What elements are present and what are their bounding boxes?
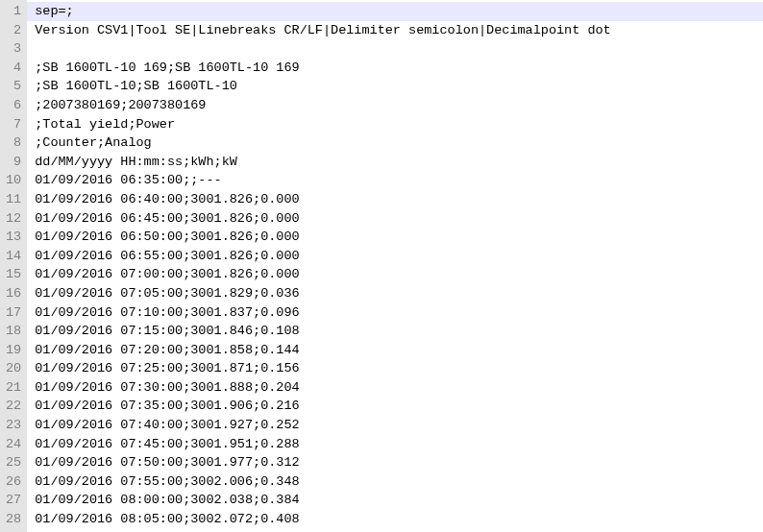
line-number: 25 <box>6 453 21 472</box>
line-number: 24 <box>6 435 21 454</box>
line-number: 4 <box>6 59 21 78</box>
line-number: 19 <box>6 341 21 360</box>
code-line[interactable]: 01/09/2016 08:00:00;3002.038;0.384 <box>35 491 763 510</box>
line-number: 17 <box>6 303 21 323</box>
line-number: 5 <box>6 77 21 96</box>
line-number: 21 <box>6 378 21 398</box>
code-line[interactable]: 01/09/2016 08:05:00;3002.072;0.408 <box>35 510 763 529</box>
code-line[interactable]: 01/09/2016 07:05:00;3001.829;0.036 <box>35 284 763 303</box>
code-line[interactable]: 01/09/2016 07:35:00;3001.906;0.216 <box>35 397 763 416</box>
code-line[interactable]: 01/09/2016 07:50:00;3001.977;0.312 <box>35 453 763 472</box>
line-number: 3 <box>6 39 21 59</box>
line-number: 14 <box>6 247 21 266</box>
code-line[interactable]: 01/09/2016 06:50:00;3001.826;0.000 <box>35 228 763 247</box>
line-number: 15 <box>6 265 21 284</box>
code-line[interactable]: 01/09/2016 06:35:00;;--- <box>35 171 763 190</box>
line-number: 16 <box>6 284 21 303</box>
line-number: 1 <box>6 2 21 21</box>
code-line[interactable]: 01/09/2016 07:55:00;3002.006;0.348 <box>35 472 763 492</box>
code-line[interactable]: sep=; <box>27 2 763 21</box>
code-line[interactable]: 01/09/2016 07:20:00;3001.858;0.144 <box>35 341 763 360</box>
line-number: 8 <box>6 133 21 153</box>
code-line[interactable]: 01/09/2016 06:55:00;3001.826;0.000 <box>35 247 763 266</box>
line-number: 2 <box>6 21 21 40</box>
code-line[interactable]: ;2007380169;2007380169 <box>35 96 763 115</box>
code-line[interactable]: Version CSV1|Tool SE|Linebreaks CR/LF|De… <box>35 21 763 40</box>
line-number: 9 <box>6 153 21 172</box>
line-number: 7 <box>6 115 21 134</box>
code-line[interactable]: ;Counter;Analog <box>35 133 763 153</box>
line-number-gutter: 1234567891011121314151617181920212223242… <box>0 0 27 532</box>
line-number: 10 <box>6 171 21 190</box>
code-line[interactable]: 01/09/2016 07:15:00;3001.846;0.108 <box>35 322 763 341</box>
code-line[interactable]: 01/09/2016 07:45:00;3001.951;0.288 <box>35 435 763 454</box>
code-area[interactable]: sep=;Version CSV1|Tool SE|Linebreaks CR/… <box>27 0 763 532</box>
line-number: 13 <box>6 228 21 247</box>
code-line[interactable]: 01/09/2016 07:25:00;3001.871;0.156 <box>35 359 763 378</box>
text-editor[interactable]: 1234567891011121314151617181920212223242… <box>0 0 763 532</box>
code-line[interactable]: 01/09/2016 07:10:00;3001.837;0.096 <box>35 303 763 323</box>
line-number: 20 <box>6 359 21 378</box>
code-line[interactable]: 01/09/2016 07:30:00;3001.888;0.204 <box>35 378 763 398</box>
code-line[interactable]: 01/09/2016 06:45:00;3001.826;0.000 <box>35 209 763 229</box>
code-line[interactable]: 01/09/2016 07:00:00;3001.826;0.000 <box>35 265 763 284</box>
line-number: 6 <box>6 96 21 115</box>
line-number: 26 <box>6 472 21 492</box>
line-number: 23 <box>6 416 21 435</box>
line-number: 12 <box>6 209 21 229</box>
line-number: 18 <box>6 322 21 341</box>
code-line[interactable]: ;Total yield;Power <box>35 115 763 134</box>
code-line[interactable]: ;SB 1600TL-10 169;SB 1600TL-10 169 <box>35 59 763 78</box>
code-line[interactable]: dd/MM/yyyy HH:mm:ss;kWh;kW <box>35 153 763 172</box>
code-line[interactable]: 01/09/2016 07:40:00;3001.927;0.252 <box>35 416 763 435</box>
code-line[interactable] <box>35 39 763 59</box>
code-line[interactable]: ;SB 1600TL-10;SB 1600TL-10 <box>35 77 763 96</box>
line-number: 28 <box>6 510 21 529</box>
line-number: 27 <box>6 491 21 510</box>
code-line[interactable]: 01/09/2016 06:40:00;3001.826;0.000 <box>35 190 763 209</box>
line-number: 11 <box>6 190 21 209</box>
line-number: 22 <box>6 397 21 416</box>
